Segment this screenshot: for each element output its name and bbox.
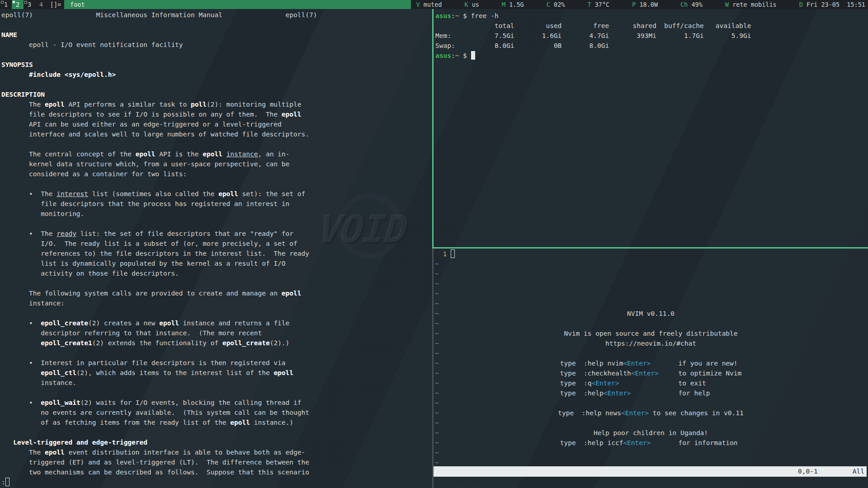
workspace-tag[interactable]: 3 — [24, 0, 35, 9]
tilde-marker: ~ — [435, 419, 439, 427]
nvim-row: ~ — [434, 458, 868, 466]
line-number: 1 — [435, 250, 451, 258]
nvim-cursor — [451, 249, 455, 258]
man-line — [0, 427, 432, 437]
statusline-ruler: 0,0-1 — [798, 466, 818, 477]
status-item-key: T — [587, 1, 591, 8]
nvim-row: ~ — [434, 388, 868, 398]
status-item-value: us — [468, 1, 479, 8]
status-item: M 1.5G — [502, 0, 524, 9]
man-line: instance: — [0, 298, 432, 308]
window-border-focused-bottom — [432, 247, 868, 249]
nvim-row: ~type :help iccf<Enter> for information — [434, 428, 868, 438]
nvim-row: ~https://neovim.io/#chat — [434, 328, 868, 338]
man-line — [0, 80, 432, 89]
nvim-row: ~ — [434, 448, 868, 458]
man-line: The central concept of the epoll API is … — [0, 149, 432, 159]
nvim-row: ~ — [434, 438, 868, 448]
tilde-marker: ~ — [435, 459, 439, 466]
nvim-row: ~ — [434, 408, 868, 418]
man-line: API can be used either as an edge-trigge… — [0, 119, 432, 129]
man-line: I/O. The ready list is a subset of (or, … — [0, 239, 432, 249]
status-item-key: C — [547, 1, 550, 8]
man-line: epoll_ctl(2), which adds items to the in… — [0, 368, 432, 378]
tilde-marker: ~ — [435, 340, 439, 347]
man-line — [0, 388, 432, 398]
man-line — [0, 308, 432, 318]
status-item-value: 02% — [550, 1, 565, 8]
window-border-focused-left — [432, 9, 434, 247]
tilde-marker: ~ — [435, 439, 439, 446]
man-line: SYNOPSIS — [0, 60, 432, 70]
tag-occupied-indicator — [1, 1, 4, 4]
prompt-separator: : — [451, 52, 455, 59]
man-line: The following system calls are provided … — [0, 288, 432, 298]
pager-prompt-row: : — [0, 477, 432, 487]
terminal-rows: asus:~ $ free -h total used free shared … — [434, 11, 868, 61]
status-item: W rete mobilis — [725, 0, 777, 9]
tilde-marker: ~ — [435, 280, 439, 287]
nvim-row: ~type :q<Enter> to exit — [434, 368, 868, 378]
prompt-separator: : — [451, 12, 455, 19]
tilde-marker: ~ — [435, 389, 439, 397]
prompt-symbol: $ — [459, 12, 471, 19]
nvim-row: ~ — [434, 309, 868, 319]
terminal-output-line: Swap: 8.0Gi 0B 8.0Gi — [434, 41, 868, 51]
status-bar: V mutedK usM 1.5GC 02%T 37°CP 18.0WCh 49… — [411, 0, 868, 9]
tilde-marker: ~ — [435, 370, 439, 377]
layout-indicator[interactable]: []= — [47, 0, 64, 9]
man-line: file descriptors to see if I/O is possib… — [0, 109, 432, 119]
tilde-marker: ~ — [435, 409, 439, 417]
statusline-scroll-position: All — [853, 466, 864, 477]
nvim-row: ~Help poor children in Uganda! — [434, 418, 868, 428]
man-line: #include <sys/epoll.h> — [0, 70, 432, 80]
man-line: • epoll_create(2) creates a new epoll in… — [0, 318, 432, 328]
neovim-window[interactable]: 1 ~~~~~NVIM v0.11.0~~Nvim is open source… — [434, 249, 868, 488]
man-line: epoll_create1(2) extends the functionali… — [0, 338, 432, 348]
status-item-value: 1.5G — [505, 1, 524, 8]
man-line: instance. — [0, 378, 432, 388]
nvim-row: ~type :help news<Enter> to see changes i… — [434, 398, 868, 408]
tilde-marker: ~ — [435, 270, 439, 277]
tag-label: 3 — [28, 1, 31, 8]
status-item-key: K — [464, 1, 468, 8]
tilde-marker: ~ — [435, 330, 439, 337]
man-page-terminal[interactable]: epoll(7) Miscellaneous Information Manua… — [0, 9, 432, 488]
man-line: DESCRIPTION — [0, 89, 432, 99]
man-line: considered as a container for two lists: — [0, 169, 432, 179]
nvim-row: ~ — [434, 259, 868, 269]
nvim-statusline: [No Name] 0,0-1 All — [434, 466, 867, 477]
prompt-row: asus:~ $ — [434, 51, 868, 61]
status-item-value: 18.0W — [636, 1, 658, 8]
workspace-tag[interactable]: 4 — [35, 0, 47, 9]
man-line: • Interest in particular file descriptor… — [0, 358, 432, 368]
prompt-user: asus — [435, 12, 451, 19]
man-line — [0, 20, 432, 30]
man-line: two mechanisms can be described as follo… — [0, 467, 432, 477]
tag-occupied-indicator — [13, 1, 15, 3]
window-title: foot — [64, 0, 411, 9]
tilde-marker: ~ — [435, 320, 439, 327]
tilde-marker: ~ — [435, 380, 439, 387]
shell-terminal[interactable]: asus:~ $ free -h total used free shared … — [434, 9, 868, 249]
workspace-tag[interactable]: 2 — [12, 0, 24, 9]
tilde-marker: ~ — [435, 350, 439, 357]
status-item-value: rete mobilis — [729, 1, 777, 8]
tilde-marker: ~ — [435, 429, 439, 436]
man-line: triggered (ET) and as level-triggered (L… — [0, 457, 432, 467]
man-line — [0, 179, 432, 189]
man-line: of as fetching items from the ready list… — [0, 418, 432, 427]
prompt-user: asus — [435, 52, 451, 59]
pager-cursor — [5, 478, 9, 486]
man-line — [0, 219, 432, 229]
workspace-tag[interactable]: 1 — [0, 0, 12, 9]
status-item-key: V — [416, 1, 420, 8]
man-line: kernel data structure which, from a user… — [0, 159, 432, 169]
man-line — [0, 278, 432, 288]
tag-occupied-indicator — [24, 1, 27, 4]
man-line: • The ready list: the set of file descri… — [0, 229, 432, 239]
window-border-unfocused-left — [432, 249, 434, 488]
prompt-row: asus:~ $ free -h — [434, 11, 868, 21]
status-item-key: D — [799, 1, 803, 8]
man-line: references to) the file descriptors in t… — [0, 249, 432, 258]
